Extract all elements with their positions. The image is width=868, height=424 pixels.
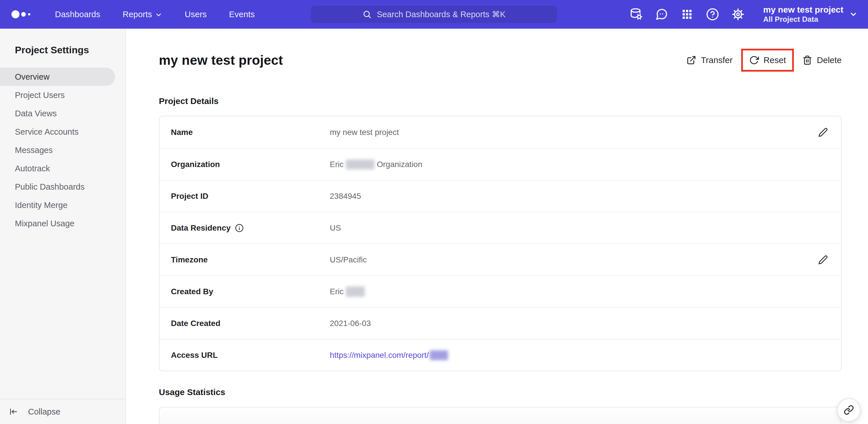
data-management-button[interactable] [629, 8, 643, 21]
sidebar-item-overview[interactable]: Overview [0, 67, 115, 86]
current-data-view: All Project Data [763, 15, 843, 24]
link-icon [844, 405, 854, 415]
pencil-icon [818, 255, 828, 265]
help-icon [706, 8, 719, 21]
nav-item-users[interactable]: Users [185, 10, 207, 19]
sidebar-item-public-dashboards[interactable]: Public Dashboards [0, 178, 115, 196]
pencil-icon [818, 128, 828, 137]
usage-statistics-heading: Usage Statistics [159, 387, 842, 397]
redacted-text [346, 160, 374, 169]
nav-item-reports[interactable]: Reports [123, 10, 162, 19]
search-placeholder: Search Dashboards & Reports ⌘K [377, 9, 505, 19]
mixpanel-logo-icon [11, 9, 33, 20]
chevron-down-icon [155, 11, 162, 19]
edit-timezone-button[interactable] [816, 255, 828, 265]
access-url-link[interactable]: https://mixpanel.com/report/ [330, 351, 429, 360]
project-switcher[interactable]: my new test project All Project Data [763, 5, 858, 24]
detail-row-timezone: Timezone US/Pacific [159, 244, 841, 275]
project-actions: Transfer Reset Delete [686, 49, 842, 72]
nav-item-dashboards[interactable]: Dashboards [55, 10, 100, 19]
reset-highlight-box: Reset [741, 49, 794, 72]
search-icon [363, 10, 372, 19]
detail-row-organization: Organization Eric Organization [159, 148, 841, 180]
sidebar-item-messages[interactable]: Messages [0, 141, 115, 159]
delete-icon [802, 55, 812, 65]
redacted-text [430, 350, 448, 360]
usage-statistics-card [159, 407, 842, 424]
apps-grid-button[interactable] [681, 8, 694, 21]
message-bubble-icon [655, 8, 668, 21]
transfer-button[interactable]: Transfer [686, 55, 733, 65]
transfer-icon [686, 55, 696, 65]
detail-row-date-created: Date Created 2021-06-03 [159, 307, 841, 339]
detail-row-created-by: Created By Eric [159, 275, 841, 307]
chevron-down-icon [849, 10, 858, 19]
detail-row-data-residency: Data Residency US [159, 212, 841, 244]
sidebar-nav: Overview Project Users Data Views Servic… [0, 67, 125, 233]
sidebar-item-mixpanel-usage[interactable]: Mixpanel Usage [0, 214, 115, 233]
sidebar-item-identity-merge[interactable]: Identity Merge [0, 196, 115, 214]
sidebar-item-autotrack[interactable]: Autotrack [0, 159, 115, 178]
project-details-heading: Project Details [159, 96, 842, 106]
sidebar-item-service-accounts[interactable]: Service Accounts [0, 123, 115, 141]
reset-button[interactable]: Reset [749, 55, 786, 65]
mixpanel-logo[interactable] [11, 0, 33, 29]
feedback-button[interactable] [655, 8, 668, 21]
apps-grid-icon [681, 8, 693, 20]
detail-row-name: Name my new test project [159, 116, 841, 148]
sidebar-item-data-views[interactable]: Data Views [0, 104, 115, 123]
top-nav: Dashboards Reports Users Events Search D… [0, 0, 868, 29]
main-content: my new test project Transfer Reset [126, 29, 868, 424]
sidebar-title: Project Settings [0, 29, 125, 56]
detail-row-project-id: Project ID 2384945 [159, 180, 841, 212]
share-link-button[interactable] [837, 398, 861, 422]
settings-sidebar: Project Settings Overview Project Users … [0, 29, 126, 424]
help-button[interactable] [706, 8, 719, 21]
database-gear-icon [629, 8, 643, 21]
settings-button[interactable] [732, 8, 745, 21]
delete-button[interactable]: Delete [802, 55, 842, 65]
search-input[interactable]: Search Dashboards & Reports ⌘K [311, 6, 557, 23]
reset-icon [749, 55, 759, 65]
gear-icon [732, 8, 745, 21]
detail-row-access-url: Access URL https://mixpanel.com/report/ [159, 339, 841, 371]
sidebar-collapse-button[interactable]: Collapse [0, 399, 125, 424]
collapse-left-icon [8, 407, 18, 416]
sidebar-item-project-users[interactable]: Project Users [0, 86, 115, 104]
data-residency-info-icon[interactable] [235, 223, 244, 233]
project-details-card: Name my new test project Organization Er… [159, 116, 842, 371]
page-title: my new test project [159, 52, 283, 68]
nav-item-events[interactable]: Events [229, 10, 255, 19]
edit-name-button[interactable] [816, 128, 828, 137]
redacted-text [346, 286, 365, 297]
current-project-name: my new test project [763, 5, 843, 15]
